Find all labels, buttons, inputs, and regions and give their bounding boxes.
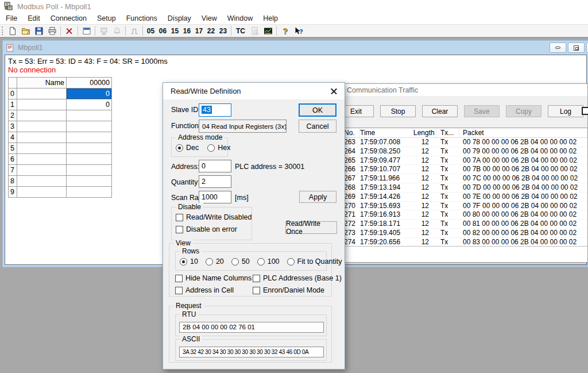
menu-item[interactable]: Setup [92,13,121,24]
grid-name-cell[interactable] [17,89,67,99]
grid-value-cell[interactable]: 0 [67,89,112,99]
delete-button[interactable] [63,25,76,37]
grid-name-cell[interactable] [17,187,67,198]
menu-item[interactable]: Connection [45,13,92,24]
traffic-button[interactable]: Stop [380,105,416,117]
function-code-button[interactable]: 06 [157,25,169,37]
traffic-log-row[interactable]: 268 17:59:13.194 12 Tx 00 7D 00 00 00 06… [342,183,587,193]
menu-item[interactable]: Edit [22,13,45,24]
new-file-button[interactable] [6,25,19,37]
cancel-button[interactable]: Cancel [299,120,336,133]
grid-name-cell[interactable] [17,99,67,110]
grid-value-cell[interactable] [67,165,112,176]
apply-button[interactable]: Apply [299,191,336,203]
save-file-button[interactable] [32,25,45,37]
rows-radio[interactable]: 100 [257,257,280,266]
traffic-chart-button[interactable] [261,25,274,37]
toolbar-grip[interactable] [2,26,3,35]
traffic-button[interactable]: Clear [422,105,458,117]
new-window-button[interactable] [80,25,93,37]
traffic-log-row[interactable]: 272 17:59:18.171 12 Tx 00 81 00 00 00 06… [342,220,587,229]
slave-id-input[interactable]: 43 [199,103,231,117]
column-length[interactable]: Length [413,128,436,137]
grid-column-name[interactable]: Name [17,78,67,89]
function-code-button[interactable]: 22 [205,25,217,37]
rows-radio[interactable]: 10 [180,257,198,266]
open-file-button[interactable] [19,25,32,37]
grid-value-cell[interactable]: 0 [67,99,112,110]
function-dropdown[interactable]: 04 Read Input Registers (3x) [199,120,287,133]
traffic-log-row[interactable]: 267 17:59:11.966 12 Tx 00 7C 00 00 00 06… [342,174,587,183]
view-checkbox[interactable]: Enron/Daniel Mode [253,286,342,294]
traffic-log-row[interactable]: 274 17:59:20.656 12 Tx 00 83 00 00 00 06… [342,238,587,247]
menu-item[interactable]: Display [163,13,196,24]
grid-corner-cell[interactable] [9,78,17,89]
view-checkbox[interactable]: Hide Name Columns [175,274,253,282]
grid-name-cell[interactable] [17,165,67,176]
grid-name-cell[interactable] [17,154,67,165]
traffic-log-row[interactable]: 270 17:59:15.693 12 Tx 00 7F 00 00 00 06… [342,202,587,211]
traffic-log-row[interactable]: 266 17:59:10.707 12 Tx 00 7B 00 00 00 06… [342,165,587,174]
menu-item[interactable]: File [1,13,22,24]
column-tx[interactable]: Tx... [436,128,459,137]
traffic-log-row[interactable]: 271 17:59:16.913 12 Tx 00 80 00 00 00 06… [342,210,587,220]
pulse-button[interactable] [127,25,141,37]
restore-button[interactable] [568,43,585,53]
disable-checkbox[interactable]: Read/Write Disabled [176,213,252,221]
scan-rate-input[interactable]: 1000 [199,191,231,203]
print-preview-button[interactable] [248,25,261,37]
function-code-button[interactable]: 05 [145,25,157,37]
rows-radio[interactable]: 20 [206,257,224,266]
ok-button[interactable]: OK [299,103,336,117]
grid-name-cell[interactable] [17,176,67,187]
grid-name-cell[interactable] [17,110,67,121]
read-write-once-button[interactable]: Read/Write Once [285,221,337,234]
grid-value-cell[interactable] [67,154,112,165]
function-code-button[interactable]: 16 [181,25,193,37]
traffic-button[interactable]: Log [548,105,583,117]
column-time[interactable]: Time [360,128,413,137]
grid-value-cell[interactable] [67,143,112,154]
rows-radio[interactable]: 50 [231,257,250,266]
traffic-log-row[interactable]: 269 17:59:14.426 12 Tx 00 7E 00 00 00 06… [342,193,587,202]
grid-value-cell[interactable] [67,132,112,143]
grid-name-cell[interactable] [17,121,67,132]
menu-item[interactable]: Window [222,13,258,24]
address-mode-radio[interactable]: Hex [207,144,230,152]
grid-value-cell[interactable] [67,187,112,198]
view-checkbox[interactable]: Address in Cell [175,286,253,294]
view-checkbox[interactable]: PLC Addresses (Base 1) [253,274,342,282]
grid-value-cell[interactable] [67,176,112,187]
address-mode-radio[interactable]: Dec [176,144,199,152]
traffic-button[interactable]: Copy [506,105,541,117]
traffic-log-row[interactable]: 264 17:59:08.250 12 Tx 00 79 00 00 00 06… [342,147,587,156]
menu-item[interactable]: View [196,13,222,24]
column-packet[interactable]: Packet [459,128,587,137]
test-center-button[interactable]: TC [233,25,248,37]
grid-name-cell[interactable] [17,143,67,154]
function-code-button[interactable]: 23 [217,25,229,37]
menu-item[interactable]: Functions [121,13,163,24]
function-code-button[interactable]: 17 [193,25,205,37]
traffic-log-row[interactable]: 265 17:59:09.477 12 Tx 00 7A 00 00 00 06… [342,156,587,166]
help-button[interactable]: ? [278,25,292,37]
disable-checkbox[interactable]: Disable on error [176,225,252,233]
menu-item[interactable]: Help [258,13,283,24]
rows-radio[interactable]: Fit to Quantity [287,257,342,266]
traffic-button[interactable]: Save [464,105,500,117]
traffic-checkbox[interactable] [582,107,588,115]
minimize-button[interactable] [550,43,566,53]
grid-column-address[interactable]: 00000 [67,78,112,89]
grid-value-cell[interactable] [67,121,112,132]
dialog-close-button[interactable] [330,87,338,95]
function-code-button[interactable]: 15 [169,25,181,37]
context-help-button[interactable]: ? [292,25,305,37]
disconnect-button[interactable] [110,25,123,37]
quantity-input[interactable]: 2 [199,175,231,188]
traffic-log-row[interactable]: 273 17:59:19.405 12 Tx 00 82 00 00 00 06… [342,229,587,238]
print-button[interactable] [45,25,59,37]
connect-button[interactable] [97,25,110,37]
address-input[interactable]: 0 [199,160,231,172]
grid-value-cell[interactable] [67,110,112,121]
traffic-log-row[interactable]: 263 17:59:07.008 12 Tx 00 78 00 00 00 06… [342,138,587,147]
